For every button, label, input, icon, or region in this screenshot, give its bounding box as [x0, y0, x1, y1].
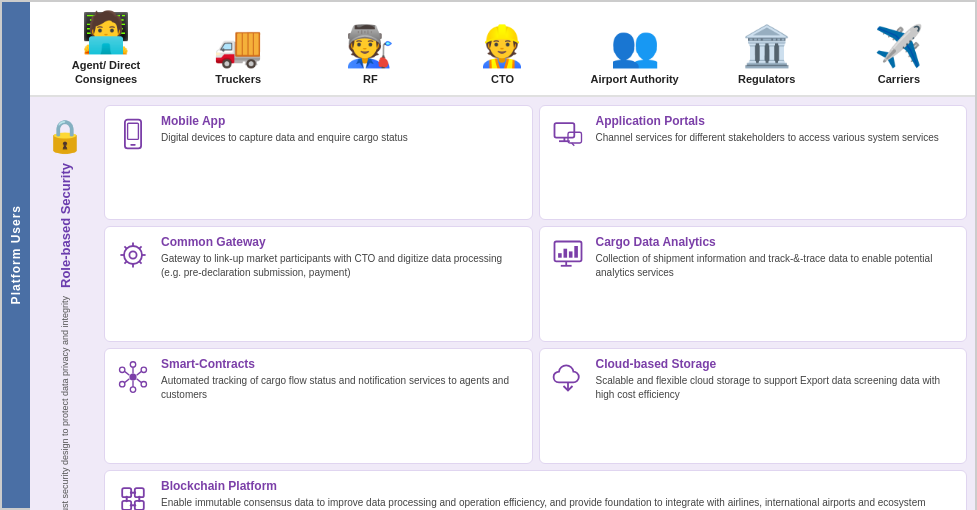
svg-line-15 [139, 261, 142, 264]
svg-rect-21 [568, 252, 572, 258]
svg-rect-2 [128, 123, 139, 139]
svg-point-30 [130, 362, 135, 367]
user-icon-airport: 👥 [610, 26, 660, 66]
role-icon: 🔒 [45, 117, 85, 155]
platform-users-label: Platform Users [2, 2, 30, 508]
svg-rect-20 [563, 249, 567, 258]
card-icon-blockchain [115, 481, 151, 510]
card-icon-application-portals [550, 116, 586, 159]
svg-rect-3 [554, 123, 574, 137]
card-title-blockchain: Blockchain Platform [161, 479, 956, 493]
card-title-application-portals: Application Portals [596, 114, 957, 128]
svg-point-25 [129, 374, 136, 381]
user-item-cto: 👷CTO [436, 26, 568, 86]
user-label-truckers: Truckers [215, 72, 261, 86]
svg-point-53 [130, 504, 133, 507]
user-label-cto: CTO [491, 72, 514, 86]
svg-rect-19 [558, 254, 562, 259]
card-title-common-gateway: Common Gateway [161, 235, 522, 249]
svg-point-28 [120, 382, 125, 387]
user-label-carriers: Carriers [878, 72, 920, 86]
svg-line-16 [139, 247, 142, 250]
svg-point-50 [138, 496, 141, 499]
card-desc-common-gateway: Gateway to link-up market participants w… [161, 252, 522, 280]
svg-line-33 [137, 372, 142, 376]
role-label-area: 🔒 Role-based Security Robust security de… [30, 97, 100, 510]
user-item-airport: 👥Airport Authority [569, 26, 701, 86]
svg-point-9 [129, 252, 136, 259]
user-label-rf: RF [363, 72, 378, 86]
svg-point-54 [133, 504, 136, 507]
user-icon-cto: 👷 [477, 26, 527, 66]
card-application-portals: Application PortalsChannel services for … [539, 105, 968, 221]
card-icon-cloud-storage [550, 359, 586, 402]
card-icon-mobile-app [115, 116, 151, 159]
svg-point-27 [141, 367, 146, 372]
card-content-cargo-analytics: Cargo Data AnalyticsCollection of shipme… [596, 235, 957, 280]
user-icon-rf: 🧑‍🏭 [345, 26, 395, 66]
user-item-carriers: ✈️Carriers [833, 26, 965, 86]
bottom-section: 🔒 Role-based Security Robust security de… [30, 97, 975, 510]
svg-point-29 [141, 382, 146, 387]
svg-line-17 [124, 261, 127, 264]
main-content: 🧑‍💻Agent/ Direct Consignees🚚Truckers🧑‍🏭R… [30, 2, 975, 508]
card-icon-common-gateway [115, 237, 151, 280]
card-cargo-analytics: Cargo Data AnalyticsCollection of shipme… [539, 226, 968, 342]
user-icon-carriers: ✈️ [874, 26, 924, 66]
svg-point-52 [138, 500, 141, 503]
role-label-text: Role-based Security [58, 163, 73, 288]
svg-line-14 [124, 247, 127, 250]
user-icon-truckers: 🚚 [213, 26, 263, 66]
user-label-regulators: Regulators [738, 72, 795, 86]
card-desc-cargo-analytics: Collection of shipment information and t… [596, 252, 957, 280]
card-title-cloud-storage: Cloud-based Storage [596, 357, 957, 371]
card-title-cargo-analytics: Cargo Data Analytics [596, 235, 957, 249]
user-item-truckers: 🚚Truckers [172, 26, 304, 86]
card-cloud-storage: Cloud-based StorageScalable and flexible… [539, 348, 968, 464]
card-blockchain: Blockchain PlatformEnable immutable cons… [104, 470, 967, 510]
svg-point-48 [133, 492, 136, 495]
cards-grid: Mobile AppDigital devices to capture dat… [100, 97, 975, 510]
svg-point-26 [120, 367, 125, 372]
card-icon-smart-contracts [115, 359, 151, 402]
card-content-mobile-app: Mobile AppDigital devices to capture dat… [161, 114, 522, 145]
card-title-mobile-app: Mobile App [161, 114, 522, 128]
card-desc-cloud-storage: Scalable and flexible cloud storage to s… [596, 374, 957, 402]
platform-users-row: 🧑‍💻Agent/ Direct Consignees🚚Truckers🧑‍🏭R… [30, 2, 975, 97]
card-desc-mobile-app: Digital devices to capture data and enqu… [161, 131, 522, 145]
svg-point-49 [125, 496, 128, 499]
svg-line-34 [125, 379, 129, 383]
user-icon-agent: 🧑‍💻 [81, 12, 131, 52]
user-item-regulators: 🏛️Regulators [701, 26, 833, 86]
svg-line-35 [137, 379, 142, 383]
card-content-smart-contracts: Smart-ContractsAutomated tracking of car… [161, 357, 522, 402]
user-item-rf: 🧑‍🏭RF [304, 26, 436, 86]
svg-point-47 [130, 492, 133, 495]
user-icon-regulators: 🏛️ [742, 26, 792, 66]
card-mobile-app: Mobile AppDigital devices to capture dat… [104, 105, 533, 221]
card-content-common-gateway: Common GatewayGateway to link-up market … [161, 235, 522, 280]
card-desc-application-portals: Channel services for different stakehold… [596, 131, 957, 145]
svg-rect-22 [574, 246, 578, 258]
card-common-gateway: Common GatewayGateway to link-up market … [104, 226, 533, 342]
user-item-agent: 🧑‍💻Agent/ Direct Consignees [40, 12, 172, 87]
card-icon-cargo-analytics [550, 237, 586, 280]
user-label-agent: Agent/ Direct Consignees [44, 58, 168, 87]
card-desc-smart-contracts: Automated tracking of cargo flow status … [161, 374, 522, 402]
svg-point-51 [125, 500, 128, 503]
user-label-airport: Airport Authority [591, 72, 679, 86]
svg-point-31 [130, 387, 135, 392]
card-content-cloud-storage: Cloud-based StorageScalable and flexible… [596, 357, 957, 402]
svg-line-32 [125, 372, 129, 376]
card-desc-blockchain: Enable immutable consensus data to impro… [161, 496, 956, 510]
card-smart-contracts: Smart-ContractsAutomated tracking of car… [104, 348, 533, 464]
card-content-application-portals: Application PortalsChannel services for … [596, 114, 957, 145]
role-label-sub: Robust security design to protect data p… [60, 296, 70, 510]
card-content-blockchain: Blockchain PlatformEnable immutable cons… [161, 479, 956, 510]
card-title-smart-contracts: Smart-Contracts [161, 357, 522, 371]
